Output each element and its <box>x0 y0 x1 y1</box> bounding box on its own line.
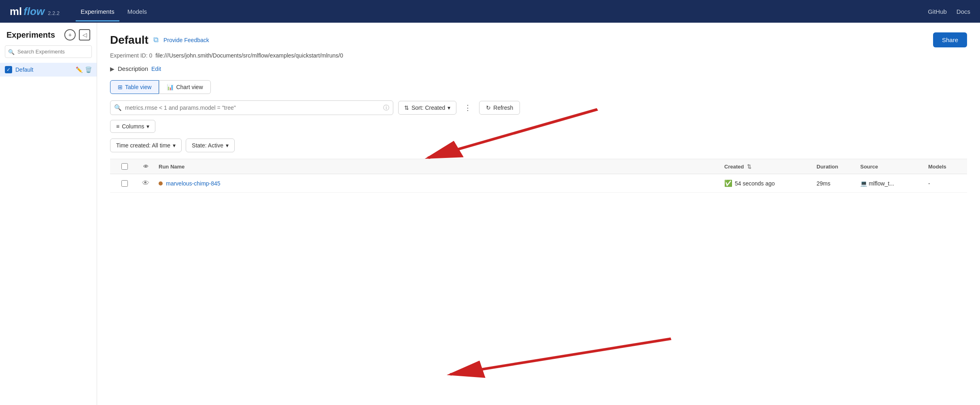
filter-input-wrap: 🔍 ⓘ <box>110 100 393 115</box>
experiment-check-icon: ✓ <box>5 66 12 73</box>
row-select-checkbox[interactable] <box>121 180 128 187</box>
description-label: Description <box>118 65 148 72</box>
chart-view-label: Chart view <box>176 84 203 90</box>
top-navigation: mlflow 2.2.2 Experiments Models GitHub D… <box>0 0 980 23</box>
logo-ml: ml <box>10 5 22 18</box>
logo-flow: flow <box>23 5 45 18</box>
run-name-link[interactable]: marvelous-chimp-845 <box>159 180 721 187</box>
state-filter-chevron-icon: ▾ <box>226 142 229 149</box>
sidebar-icons: + ◁ <box>64 29 90 40</box>
experiment-id-label: Experiment ID: 0 <box>110 52 152 59</box>
chart-view-icon: 📊 <box>167 84 174 90</box>
header-created: Created ⇅ <box>724 164 813 170</box>
run-success-icon: ✅ <box>724 179 732 187</box>
experiment-actions: ✏️ 🗑️ <box>76 66 92 73</box>
sidebar-header: Experiments + ◁ <box>0 29 97 45</box>
page-title: Default <box>110 34 148 47</box>
artifact-path: file:///Users/john.smith/Documents/src/m… <box>155 52 343 59</box>
state-filter-button[interactable]: State: Active ▾ <box>186 139 235 152</box>
search-experiments-input[interactable] <box>5 45 92 58</box>
edit-description-link[interactable]: Edit <box>151 66 161 72</box>
run-created: 54 seconds ago <box>735 180 775 187</box>
delete-experiment-button[interactable]: 🗑️ <box>85 66 92 73</box>
nav-github[interactable]: GitHub <box>928 8 947 15</box>
edit-experiment-button[interactable]: ✏️ <box>76 66 83 73</box>
sort-icon: ⇅ <box>404 104 409 111</box>
share-button[interactable]: Share <box>933 32 967 47</box>
row-eye: 👁 <box>136 179 155 188</box>
refresh-icon: ↻ <box>486 104 491 111</box>
columns-row: ≡ Columns ▾ <box>110 120 967 133</box>
run-name-cell: marvelous-chimp-845 <box>159 180 721 187</box>
state-filter-label: State: Active <box>192 142 223 149</box>
collapse-sidebar-button[interactable]: ◁ <box>79 29 90 40</box>
run-status-dot <box>159 181 163 185</box>
description-row: ▶ Description Edit <box>110 65 967 72</box>
runs-table: 👁 Run Name Created ⇅ Duration Source Mod… <box>110 159 967 193</box>
run-source: 💻 mlflow_t... <box>860 180 925 187</box>
filter-input[interactable] <box>110 100 393 115</box>
select-all-checkbox[interactable] <box>121 163 128 170</box>
nav-links: Experiments Models <box>76 6 152 17</box>
run-created-cell: ✅ 54 seconds ago <box>724 179 813 187</box>
source-text: mlflow_t... <box>869 180 894 187</box>
page-header: Default ⧉ Provide Feedback Share <box>110 32 967 47</box>
refresh-button[interactable]: ↻ Refresh <box>479 101 520 115</box>
header-source: Source <box>860 164 925 170</box>
run-models: - <box>928 180 961 187</box>
columns-label: Columns <box>122 123 144 130</box>
columns-chevron-icon: ▾ <box>146 123 149 130</box>
chevron-right-icon: ▶ <box>110 66 115 72</box>
experiment-meta: Experiment ID: 0 file:///Users/john.smit… <box>110 52 967 59</box>
header-models: Models <box>928 164 961 170</box>
table-view-button[interactable]: ⊞ Table view <box>110 80 159 94</box>
table-row: 👁 marvelous-chimp-845 ✅ 54 seconds ago 2… <box>110 174 967 193</box>
sort-button[interactable]: ⇅ Sort: Created ▾ <box>398 101 456 115</box>
logo-version: 2.2.2 <box>48 10 59 16</box>
table-view-label: Table view <box>125 84 151 90</box>
filters-row: Time created: All time ▾ State: Active ▾ <box>110 139 967 152</box>
sidebar: Experiments + ◁ 🔍 ✓ Default ✏️ 🗑️ <box>0 23 97 405</box>
experiment-name: Default <box>15 66 72 73</box>
sidebar-title: Experiments <box>6 30 55 40</box>
eye-header-icon: 👁 <box>143 164 148 170</box>
experiment-item-default[interactable]: ✓ Default ✏️ 🗑️ <box>0 63 97 77</box>
search-bar-row: 🔍 ⓘ ⇅ Sort: Created ▾ ⋮ ↻ Refresh <box>110 100 967 115</box>
search-icon: 🔍 <box>8 49 15 55</box>
chart-view-button[interactable]: 📊 Chart view <box>159 80 210 94</box>
created-sort-icon[interactable]: ⇅ <box>747 164 751 170</box>
run-name: marvelous-chimp-845 <box>166 180 221 187</box>
nav-link-experiments[interactable]: Experiments <box>76 6 119 17</box>
table-header: 👁 Run Name Created ⇅ Duration Source Mod… <box>110 159 967 174</box>
sort-label: Sort: Created <box>412 104 445 111</box>
nav-docs[interactable]: Docs <box>957 8 970 15</box>
filter-info-icon[interactable]: ⓘ <box>383 104 389 112</box>
main-layout: Experiments + ◁ 🔍 ✓ Default ✏️ 🗑️ Defaul… <box>0 23 980 405</box>
nav-link-models[interactable]: Models <box>123 6 152 17</box>
row-visibility-icon[interactable]: 👁 <box>142 179 149 188</box>
view-toggle: ⊞ Table view 📊 Chart view <box>110 80 967 94</box>
columns-button[interactable]: ≡ Columns ▾ <box>110 120 155 133</box>
search-box: 🔍 <box>5 45 92 58</box>
nav-right: GitHub Docs <box>928 8 970 15</box>
filter-search-icon: 🔍 <box>114 104 122 111</box>
provide-feedback-link[interactable]: Provide Feedback <box>163 37 209 43</box>
columns-icon: ≡ <box>116 123 119 130</box>
row-checkbox <box>117 180 133 187</box>
run-duration: 29ms <box>817 180 857 187</box>
main-content: Default ⧉ Provide Feedback Share Experim… <box>97 23 980 405</box>
time-filter-button[interactable]: Time created: All time ▾ <box>110 139 182 152</box>
add-experiment-button[interactable]: + <box>64 29 76 40</box>
header-run-name: Run Name <box>159 164 721 170</box>
more-options-button[interactable]: ⋮ <box>461 101 474 114</box>
refresh-label: Refresh <box>493 104 513 111</box>
copy-icon[interactable]: ⧉ <box>153 36 159 44</box>
time-filter-label: Time created: All time <box>116 142 170 149</box>
sort-chevron-icon: ▾ <box>448 104 450 111</box>
source-icon: 💻 <box>860 180 867 187</box>
page-title-row: Default ⧉ Provide Feedback <box>110 34 209 47</box>
header-duration: Duration <box>817 164 857 170</box>
table-view-icon: ⊞ <box>118 84 123 90</box>
time-filter-chevron-icon: ▾ <box>173 142 176 149</box>
header-eye: 👁 <box>136 164 155 170</box>
